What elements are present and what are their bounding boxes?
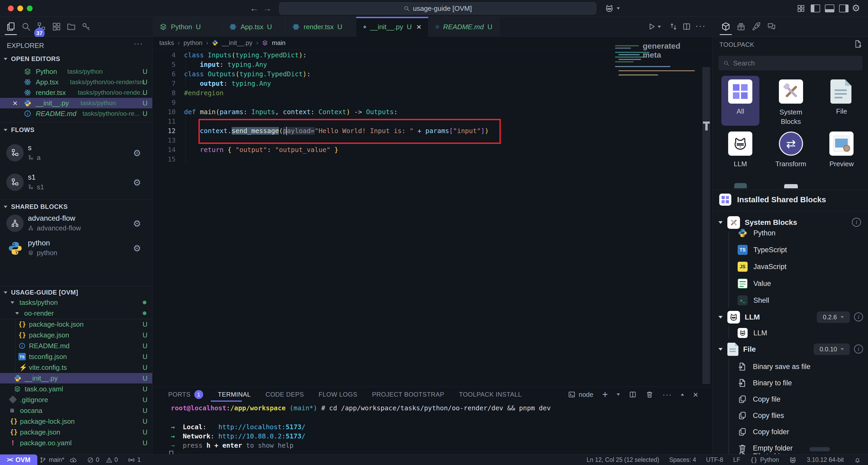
traffic-light-minimize[interactable]: [17, 5, 23, 11]
panel-scrollbar-thumb[interactable]: [809, 447, 830, 451]
terminal-shell-selector[interactable]: node: [568, 390, 594, 399]
installed-item-shell[interactable]: >_ Shell: [738, 293, 769, 308]
tab-readme[interactable]: README.mdU: [429, 17, 499, 37]
traffic-light-zoom[interactable]: [27, 5, 33, 11]
minimap[interactable]: generated meta: [614, 37, 701, 195]
installed-item-llm[interactable]: LLM: [738, 326, 767, 340]
installed-item-typescript[interactable]: TS TypeScript: [738, 242, 787, 257]
terminal-dropdown-icon[interactable]: [617, 394, 620, 396]
customize-layout-icon[interactable]: [797, 4, 805, 13]
installed-item-copy-folder[interactable]: Copy folder: [738, 425, 789, 439]
tree-file-tsconfig[interactable]: TS tsconfig.json U: [0, 351, 152, 362]
settings-gear-icon[interactable]: ⚙: [852, 3, 860, 14]
close-tab-icon[interactable]: ×: [416, 22, 422, 32]
ports-indicator[interactable]: 1: [128, 456, 141, 464]
toggle-panel-icon[interactable]: [825, 4, 834, 12]
tab-init-py[interactable]: __init__.pyU ×: [356, 17, 429, 37]
panel-tab-ports[interactable]: PORTS1: [168, 390, 203, 399]
open-editor-render-tsx[interactable]: render.tsx tasks/python/oo-rende... U: [0, 87, 152, 98]
open-editor-init-py[interactable]: × __init__.py tasks/python U: [0, 98, 152, 108]
cloud-upload-icon[interactable]: [70, 456, 77, 464]
toggle-left-sidebar-icon[interactable]: [811, 4, 820, 12]
tree-file-gitignore[interactable]: .gitignore U: [0, 395, 152, 405]
flow-settings-icon[interactable]: ⚙: [133, 177, 141, 188]
info-icon[interactable]: i: [852, 218, 861, 227]
toolpack-activity-icon[interactable]: [721, 22, 731, 32]
shared-block-advanced-flow[interactable]: advanced-flow advanced-flow ⚙: [0, 212, 152, 236]
remote-indicator[interactable]: >< OVM: [0, 455, 37, 465]
eol[interactable]: LF: [733, 456, 740, 463]
chat-activity-icon[interactable]: [767, 22, 777, 32]
run-dropdown-icon[interactable]: [658, 26, 661, 28]
tree-file-package-lock[interactable]: {​} package-lock.json U: [0, 319, 152, 329]
shared-settings-icon[interactable]: ⚙: [133, 218, 141, 229]
cursor-position[interactable]: Ln 12, Col 25 (12 selected): [587, 456, 659, 463]
language-mode[interactable]: {​}Python: [750, 456, 779, 463]
git-branch-label[interactable]: main*: [49, 456, 64, 463]
close-icon[interactable]: ×: [12, 98, 18, 108]
group-llm[interactable]: LLM: [718, 310, 760, 324]
editor-more-actions-icon[interactable]: ···: [695, 21, 706, 31]
tab-python[interactable]: PythonU: [152, 17, 222, 37]
flows-header[interactable]: FLOWS: [4, 126, 34, 134]
tree-file-package-lock-root[interactable]: {​} package-lock.json U: [0, 416, 152, 427]
tab-render-tsx[interactable]: render.tsxU: [285, 17, 356, 37]
installed-item-binary-save[interactable]: Binary save as file: [738, 359, 810, 374]
tree-file-init-py[interactable]: __init__.py U: [0, 373, 152, 383]
kill-terminal-icon[interactable]: [646, 390, 653, 399]
rocket-activity-icon[interactable]: [751, 22, 761, 32]
installed-item-file-to-binary[interactable]: File to binary: [738, 449, 794, 454]
info-icon[interactable]: i: [854, 345, 863, 353]
nav-back-icon[interactable]: ←: [250, 3, 259, 13]
llm-cat-icon[interactable]: [728, 132, 752, 156]
assistant-dropdown-icon[interactable]: [617, 7, 620, 9]
system-blocks-icon[interactable]: [779, 80, 803, 104]
tree-folder-oo-render[interactable]: oo-render: [0, 308, 152, 319]
toggle-right-sidebar-icon[interactable]: [839, 4, 848, 12]
errors-indicator[interactable]: 0: [87, 456, 99, 463]
explorer-activity-icon[interactable]: [6, 22, 16, 32]
close-panel-icon[interactable]: ×: [693, 389, 698, 400]
tree-file-package-oo-yaml[interactable]: ! package.oo.yaml U: [0, 438, 152, 448]
panel-more-icon[interactable]: ···: [662, 390, 672, 399]
encoding[interactable]: UTF-8: [706, 456, 723, 463]
cat-icon[interactable]: [789, 456, 797, 464]
python-runtime[interactable]: 3.10.12 64-bit: [807, 456, 844, 463]
preview-icon[interactable]: [829, 132, 854, 156]
group-file[interactable]: File: [718, 342, 756, 357]
new-toolpack-icon[interactable]: [854, 39, 863, 49]
installed-item-javascript[interactable]: JS JavaScript: [738, 259, 786, 274]
panel-tab-code-deps[interactable]: CODE DEPS: [266, 391, 304, 398]
open-editors-header[interactable]: OPEN EDITORS: [4, 55, 60, 63]
nav-forward-icon[interactable]: →: [263, 3, 272, 13]
info-icon[interactable]: i: [854, 313, 863, 321]
installed-item-binary-to-file[interactable]: Binary to file: [738, 376, 792, 390]
indentation[interactable]: Spaces: 4: [669, 456, 696, 463]
code-editor[interactable]: tasks› python› __init__.py› main 4class …: [152, 37, 712, 387]
llm-version-select[interactable]: 0.2.6: [817, 311, 850, 323]
tree-file-package-json[interactable]: {​} package.json U: [0, 330, 152, 340]
all-blocks-icon[interactable]: [728, 80, 752, 104]
tree-file-task-oo-yaml[interactable]: task.oo.yaml U: [0, 384, 152, 394]
command-center[interactable]: usage-guide [OVM]: [279, 2, 596, 14]
toolpack-search-input[interactable]: Search: [718, 56, 863, 70]
transform-icon[interactable]: ⇄: [779, 132, 803, 156]
tree-file-oocana[interactable]: ≡ oocana U: [0, 405, 152, 416]
shared-block-python[interactable]: python python ⚙: [0, 237, 152, 261]
flow-item-s[interactable]: s a ⚙: [0, 142, 152, 166]
shared-settings-icon[interactable]: ⚙: [133, 243, 141, 254]
search-activity-icon[interactable]: [21, 22, 31, 32]
installed-item-copy-file[interactable]: Copy file: [738, 392, 780, 407]
gift-activity-icon[interactable]: [736, 22, 746, 32]
notifications-bell-icon[interactable]: [854, 456, 861, 464]
maximize-panel-icon[interactable]: [681, 394, 684, 396]
installed-item-copy-flies[interactable]: Copy flies: [738, 408, 784, 423]
installed-item-value[interactable]: Value: [738, 276, 771, 291]
flow-item-s1[interactable]: s1 s1 ⚙: [0, 172, 152, 195]
installed-item-python[interactable]: Python: [738, 226, 775, 240]
panel-tab-project-bootstrap[interactable]: PROJECT BOOTSTRAP: [372, 391, 444, 398]
split-terminal-icon[interactable]: [629, 390, 637, 399]
assistant-cat-icon[interactable]: [604, 4, 614, 13]
flow-settings-icon[interactable]: ⚙: [133, 148, 141, 158]
breadcrumb[interactable]: tasks› python› __init__.py› main: [159, 37, 285, 49]
